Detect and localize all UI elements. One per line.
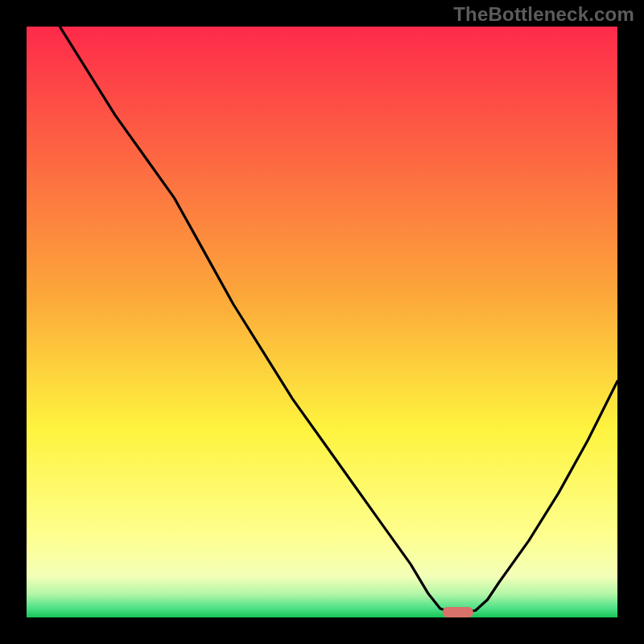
optimal-marker <box>443 607 473 617</box>
chart-svg <box>0 0 644 644</box>
svg-rect-3 <box>0 0 27 644</box>
watermark-text: TheBottleneck.com <box>453 3 634 26</box>
svg-rect-4 <box>617 0 644 644</box>
svg-rect-2 <box>0 617 644 644</box>
chart-frame: TheBottleneck.com <box>0 0 644 644</box>
